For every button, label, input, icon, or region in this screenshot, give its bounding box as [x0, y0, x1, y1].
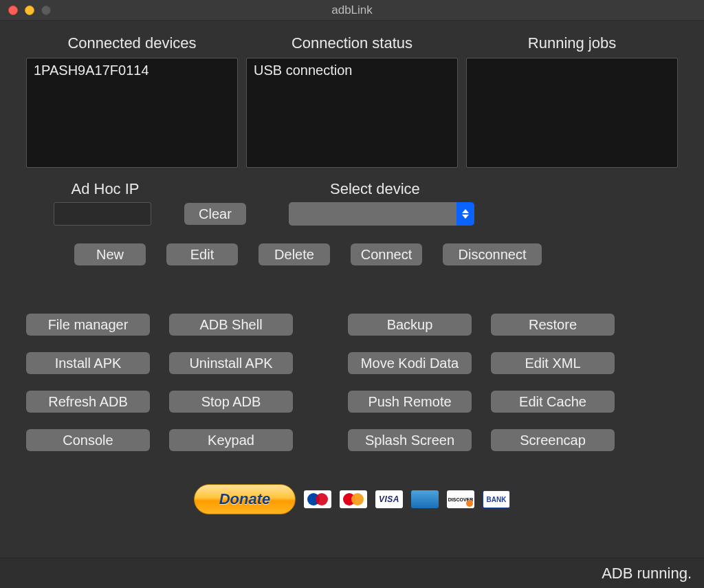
connection-status-label: Connection status — [246, 34, 458, 52]
new-button[interactable]: New — [74, 243, 146, 265]
push-remote-button[interactable]: Push Remote — [348, 391, 472, 413]
backup-button[interactable]: Backup — [348, 314, 472, 336]
move-kodi-data-button[interactable]: Move Kodi Data — [348, 352, 472, 374]
select-device-dropdown[interactable] — [289, 202, 474, 226]
delete-button[interactable]: Delete — [258, 243, 330, 265]
connected-devices-list[interactable]: 1PASH9A17F0114 — [26, 58, 238, 168]
connected-devices-label: Connected devices — [26, 34, 238, 52]
mastercard-card-icon — [340, 490, 367, 508]
screencap-button[interactable]: Screencap — [491, 429, 615, 451]
connection-status-list[interactable]: USB connection — [246, 58, 458, 168]
device-buttons-row: New Edit Delete Connect Disconnect — [74, 243, 678, 265]
refresh-adb-button[interactable]: Refresh ADB — [26, 391, 150, 413]
panels-row: Connected devices 1PASH9A17F0114 Connect… — [26, 34, 678, 168]
select-device-value[interactable] — [289, 202, 456, 226]
tools-left-grid: File manager ADB Shell Install APK Unins… — [26, 314, 293, 451]
uninstall-apk-button[interactable]: Uninstall APK — [169, 352, 293, 374]
running-jobs-label: Running jobs — [466, 34, 678, 52]
edit-cache-button[interactable]: Edit Cache — [491, 391, 615, 413]
window-title: adbLink — [0, 3, 704, 17]
install-apk-button[interactable]: Install APK — [26, 352, 150, 374]
amex-card-icon — [411, 490, 439, 508]
discover-card-icon: DISCOVER — [447, 490, 474, 508]
running-jobs-list[interactable] — [466, 58, 678, 168]
donate-button[interactable]: Donate — [194, 484, 296, 514]
disconnect-button[interactable]: Disconnect — [443, 243, 542, 265]
adhoc-ip-input[interactable] — [54, 202, 151, 226]
adb-shell-button[interactable]: ADB Shell — [169, 314, 293, 336]
maestro-card-icon — [304, 490, 331, 508]
visa-card-icon: VISA — [375, 490, 403, 508]
select-device-label: Select device — [330, 180, 678, 198]
bank-card-icon: BANK — [483, 490, 510, 508]
status-text: ADB running. — [602, 565, 692, 582]
status-bar: ADB running. — [0, 558, 704, 588]
tools-right-grid: Backup Restore Move Kodi Data Edit XML P… — [348, 314, 615, 451]
donate-row: Donate VISA DISCOVER BANK — [26, 484, 678, 514]
edit-button[interactable]: Edit — [166, 243, 238, 265]
stop-adb-button[interactable]: Stop ADB — [169, 391, 293, 413]
restore-button[interactable]: Restore — [491, 314, 615, 336]
console-button[interactable]: Console — [26, 429, 150, 451]
adhoc-ip-label: Ad Hoc IP — [54, 180, 157, 198]
list-item[interactable]: 1PASH9A17F0114 — [34, 63, 230, 78]
edit-xml-button[interactable]: Edit XML — [491, 352, 615, 374]
keypad-button[interactable]: Keypad — [169, 429, 293, 451]
dropdown-arrows-icon[interactable] — [456, 202, 474, 226]
clear-button[interactable]: Clear — [184, 203, 246, 225]
file-manager-button[interactable]: File manager — [26, 314, 150, 336]
list-item: USB connection — [254, 63, 450, 78]
splash-screen-button[interactable]: Splash Screen — [348, 429, 472, 451]
connect-button[interactable]: Connect — [351, 243, 422, 265]
titlebar: adbLink — [0, 0, 704, 21]
